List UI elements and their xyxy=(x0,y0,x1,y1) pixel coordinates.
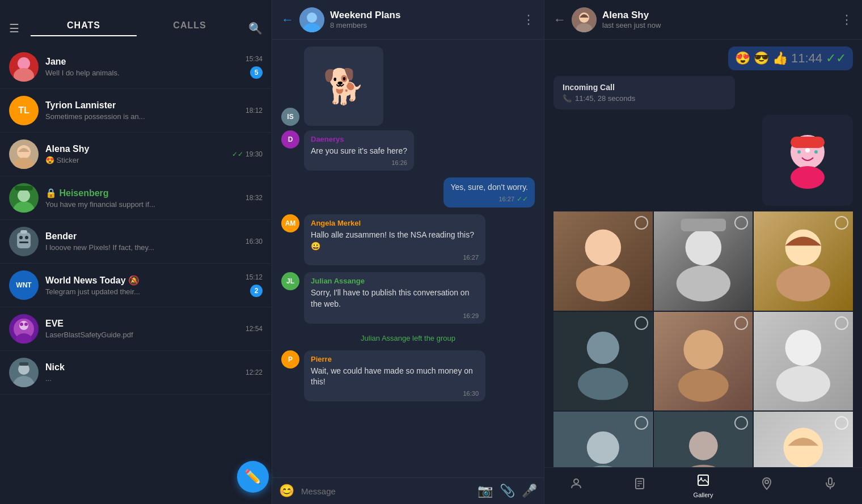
message-bubble: Yes, sure, don't worry. 16:27 ✓✓ xyxy=(443,177,535,208)
svg-rect-8 xyxy=(17,232,31,248)
svg-rect-9 xyxy=(19,236,23,239)
svg-point-22 xyxy=(307,12,317,23)
chat-name: Jane xyxy=(45,57,246,67)
svg-rect-29 xyxy=(791,137,825,148)
system-message: Julian Assange left the group xyxy=(281,331,535,346)
message-footer: 16:29 xyxy=(311,312,479,319)
search-icon[interactable]: 🔍 xyxy=(248,22,263,35)
right-header: ← Alena Shy last seen just now ⋮ xyxy=(544,0,862,40)
list-item[interactable]: WNT World News Today 🔕 Telegram just upd… xyxy=(0,264,272,307)
back-button[interactable]: ← xyxy=(281,12,294,27)
message-text: Yes, sure, don't worry. xyxy=(450,182,528,193)
unread-badge: 5 xyxy=(250,66,263,79)
gallery-item[interactable] xyxy=(754,312,853,411)
emoji-1: 😍 xyxy=(735,51,750,66)
chat-preview: 😍 Sticker xyxy=(45,156,232,164)
gallery-nav-bar: Gallery xyxy=(544,467,862,504)
nav-item-audio[interactable] xyxy=(813,477,847,495)
list-item[interactable]: Jane Well I do help animals. 15:34 5 xyxy=(0,45,272,89)
chat-info: EVE LaserBlastSafetyGuide.pdf xyxy=(45,319,246,339)
svg-point-41 xyxy=(587,332,619,364)
camera-icon[interactable]: 📷 xyxy=(478,484,493,498)
message-time: 16:30 xyxy=(463,390,479,397)
select-checkbox[interactable] xyxy=(835,316,848,330)
compose-button[interactable]: ✏️ xyxy=(237,461,269,493)
chat-preview: Sometimes possession is an... xyxy=(45,112,246,121)
svg-point-55 xyxy=(574,479,578,484)
back-button[interactable]: ← xyxy=(553,12,566,27)
mic-icon[interactable]: 🎤 xyxy=(522,484,537,498)
list-item[interactable]: Bender I looove new Pixels! If fact, the… xyxy=(0,220,272,264)
more-options-icon[interactable]: ⋮ xyxy=(840,12,853,27)
sender-avatar: P xyxy=(281,350,299,369)
chat-info: Tyrion Lannister Sometimes possession is… xyxy=(45,100,246,121)
list-item[interactable]: Nick ... 12:22 xyxy=(0,351,272,395)
attach-icon[interactable]: 📎 xyxy=(500,484,515,498)
message-item: AM Angela Merkel Hallo alle zusammen! Is… xyxy=(281,214,535,265)
gallery-item[interactable] xyxy=(553,312,653,411)
nav-item-location[interactable] xyxy=(750,477,784,495)
list-item[interactable]: Alena Shy 😍 Sticker ✓✓19:30 xyxy=(0,133,272,176)
gallery-item[interactable] xyxy=(754,211,853,311)
chat-preview: LaserBlastSafetyGuide.pdf xyxy=(45,331,246,339)
message-text: Are you sure it's safe here? xyxy=(311,146,407,157)
list-item[interactable]: EVE LaserBlastSafetyGuide.pdf 12:54 xyxy=(0,307,272,351)
svg-point-1 xyxy=(14,68,34,82)
chat-preview: ... xyxy=(45,374,246,383)
select-checkbox[interactable] xyxy=(635,416,648,430)
list-item[interactable]: TL Tyrion Lannister Sometimes possession… xyxy=(0,89,272,133)
nav-item-docs[interactable] xyxy=(623,477,657,495)
sender-avatar: AM xyxy=(281,214,299,232)
chat-name: Bender xyxy=(45,231,246,242)
call-detail: 📞 11:45, 28 seconds xyxy=(563,94,726,103)
message-item: D Daenerys Are you sure it's safe here? … xyxy=(281,130,535,171)
user-name: Alena Shy xyxy=(602,10,840,21)
call-duration: 11:45, 28 seconds xyxy=(575,94,635,103)
avatar xyxy=(9,358,39,387)
svg-rect-37 xyxy=(681,219,725,231)
message-bubble: Julian Assange Sorry, I'll have to publi… xyxy=(304,272,485,323)
left-header: ☰ CHATS CALLS 🔍 xyxy=(0,0,272,45)
gallery-item[interactable] xyxy=(754,412,853,467)
svg-point-62 xyxy=(765,480,768,484)
message-item xyxy=(553,115,853,206)
gallery-item[interactable] xyxy=(553,412,653,467)
list-item[interactable]: 🔒 Heisenberg You have my financial suppo… xyxy=(0,176,272,220)
gallery-item[interactable] xyxy=(654,412,753,467)
nav-item-profile[interactable] xyxy=(559,477,593,495)
chat-list: Jane Well I do help animals. 15:34 5 TL … xyxy=(0,45,272,504)
svg-rect-12 xyxy=(20,230,27,234)
gallery-item[interactable] xyxy=(654,211,753,311)
call-label: Incoming Call xyxy=(563,83,726,92)
message-footer: 16:30 xyxy=(311,390,479,397)
select-checkbox[interactable] xyxy=(835,216,848,230)
message-item: IS 🐕 xyxy=(281,46,535,126)
chat-time: 18:32 xyxy=(246,194,263,202)
gallery-item[interactable] xyxy=(654,312,753,411)
select-checkbox[interactable] xyxy=(635,316,648,330)
message-time: 16:26 xyxy=(391,159,407,166)
select-checkbox[interactable] xyxy=(734,316,748,330)
left-panel: ☰ CHATS CALLS 🔍 Jane Well I do help anim… xyxy=(0,0,272,504)
svg-point-48 xyxy=(587,431,619,464)
svg-point-35 xyxy=(685,230,721,266)
menu-icon[interactable]: ☰ xyxy=(9,22,19,35)
select-checkbox[interactable] xyxy=(635,216,648,230)
svg-point-32 xyxy=(814,150,818,154)
nav-item-gallery[interactable]: Gallery xyxy=(686,473,720,498)
tab-calls[interactable]: CALLS xyxy=(137,20,243,36)
svg-rect-7 xyxy=(15,186,33,190)
tab-chats[interactable]: CHATS xyxy=(31,20,137,36)
emoji-icon[interactable]: 😊 xyxy=(279,484,294,498)
sender-name: Julian Assange xyxy=(311,277,479,285)
group-title: Weekend Plans 8 members xyxy=(330,10,522,29)
user-title: Alena Shy last seen just now xyxy=(602,10,840,29)
more-options-icon[interactable]: ⋮ xyxy=(522,12,535,27)
gallery-item[interactable] xyxy=(553,211,653,311)
message-item: JL Julian Assange Sorry, I'll have to pu… xyxy=(281,272,535,323)
chat-preview: Well I do help animals. xyxy=(45,69,246,77)
message-input[interactable] xyxy=(301,486,471,496)
avatar xyxy=(9,139,39,169)
message-item: P Pierre Wait, we could have made so muc… xyxy=(281,350,535,401)
sender-avatar: D xyxy=(281,130,299,149)
